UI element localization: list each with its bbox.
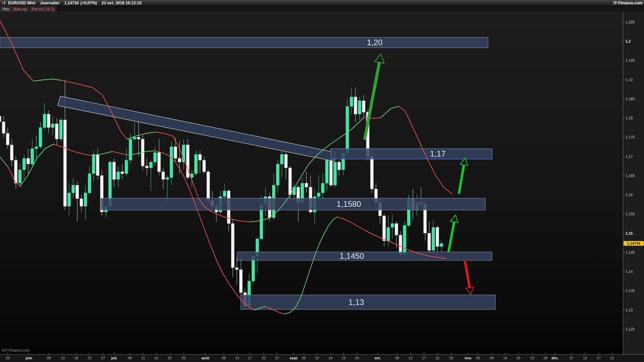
watermark: ©IT-Finance.com <box>2 348 30 352</box>
candle <box>76 185 79 198</box>
candle <box>166 177 169 179</box>
candle <box>59 120 62 139</box>
time-tick-day-label: 12 <box>583 356 587 360</box>
candle <box>178 158 181 162</box>
time-tick-month-label: nov. <box>465 356 472 360</box>
time-tick-day-label: 07 <box>570 356 574 360</box>
candle <box>162 172 165 179</box>
time-tick-day-label: 23 <box>530 356 534 360</box>
bollinger-bands-layer <box>0 21 452 314</box>
time-tick-day-label: 12 <box>409 356 413 360</box>
up-arrow-1[interactable] <box>459 158 468 194</box>
candle <box>145 166 148 168</box>
candle <box>203 160 206 172</box>
price-tick-label: 1,16 <box>623 193 633 197</box>
price-tick-label: 1,2 <box>623 39 631 43</box>
time-tick-day-label: 08 <box>47 356 51 360</box>
candle <box>80 198 83 206</box>
candle <box>26 158 30 164</box>
price-tick-label: 1,19 <box>623 78 633 82</box>
price-zone-1,1450[interactable] <box>237 252 492 260</box>
up-arrow-2[interactable] <box>448 215 458 252</box>
candle <box>125 160 128 174</box>
candle <box>321 183 324 193</box>
candle <box>63 120 66 206</box>
candle <box>67 193 70 206</box>
candle <box>18 170 21 183</box>
candle <box>0 116 1 122</box>
time-tick-day-label: 22 <box>262 356 266 360</box>
candle <box>432 227 435 250</box>
price-zone-1,17[interactable] <box>331 149 492 159</box>
price-zone-1,1580[interactable] <box>101 198 485 210</box>
time-tick-month-label: juin <box>25 356 32 360</box>
time-tick-day-label: 18 <box>74 356 78 360</box>
time-tick-day-label: 11 <box>141 356 145 360</box>
candle <box>72 185 75 193</box>
price-tick-label: 1,14 <box>623 269 633 274</box>
candle <box>383 216 386 241</box>
candle <box>440 243 443 246</box>
candle <box>6 133 9 145</box>
time-tick-day-label: 25 <box>6 356 10 360</box>
candle <box>84 193 87 206</box>
time-tick-month-label: déc. <box>551 356 559 360</box>
time-tick-day-label: 28 <box>543 356 547 360</box>
last-price: 1,14734 <box>64 1 78 5</box>
down-arrow-3[interactable] <box>465 261 473 295</box>
candlestick-chart[interactable]: 1,201,171,15801,14501,13 <box>0 0 623 354</box>
candle <box>325 160 328 183</box>
price-axis[interactable]: 1,2051,21,1951,191,1851,181,1751,171,165… <box>623 6 644 354</box>
time-axis[interactable]: 25juin0813182227juil.0611162025août08131… <box>0 354 644 362</box>
instrument-name: EUR/USD Mini <box>8 1 35 5</box>
zone-label-1,1450: 1,1450 <box>339 251 364 260</box>
candle <box>370 157 373 189</box>
time-tick-day-label: 21 <box>610 356 614 360</box>
quote-datetime: 23 oct. 2018 10:12:22 <box>102 1 142 5</box>
indicator-chip-boll-sup[interactable]: Boll sup <box>12 6 29 11</box>
zones-layer <box>0 38 495 310</box>
candle <box>354 97 357 114</box>
candle <box>47 114 50 128</box>
time-tick-day-label: 27 <box>275 356 279 360</box>
indicator-chip-prix[interactable]: Prix <box>1 6 11 11</box>
candle <box>391 224 394 227</box>
candle <box>280 155 283 164</box>
candle <box>362 101 365 112</box>
candle <box>395 224 398 235</box>
time-tick-day-label: 22 <box>88 356 92 360</box>
candle <box>333 162 336 185</box>
time-tick-day-label: 26 <box>449 356 453 360</box>
candle <box>10 145 13 160</box>
candle <box>35 147 38 149</box>
indicator-chip-boll-inf[interactable]: Boll inf ( 20 2) <box>30 6 56 11</box>
candle <box>350 97 353 107</box>
price-zone-1,13[interactable] <box>241 295 495 310</box>
boll-inf-line <box>54 144 94 156</box>
candle <box>317 193 320 196</box>
price-tick-label: 1,205 <box>623 20 635 24</box>
time-tick-day-label: 06 <box>128 356 132 360</box>
candle <box>276 164 279 185</box>
trading-app: EUR/USD Mini Journalier 1,14734 (+0,07%)… <box>0 0 644 362</box>
candle <box>121 172 124 174</box>
price-tick-label: 1,145 <box>623 250 635 254</box>
candle <box>239 269 243 293</box>
candles-layer <box>0 80 443 310</box>
time-tick-day-label: 19 <box>341 356 345 360</box>
time-tick-day-label: 14 <box>503 356 507 360</box>
price-tick-label: 1,125 <box>623 327 635 331</box>
candle <box>2 122 5 133</box>
price-tick-label: 1,15 <box>623 231 633 235</box>
up-arrow-0[interactable] <box>365 54 384 140</box>
price-zone-1,20[interactable] <box>0 38 488 48</box>
boll-inf-line <box>94 152 112 156</box>
candle <box>207 172 210 200</box>
boll-inf-line <box>0 157 8 168</box>
candle <box>149 162 152 168</box>
time-tick-day-label: 17 <box>248 356 252 360</box>
price-tick-label: 1,185 <box>623 97 635 101</box>
time-tick-month-label: oct. <box>374 356 381 360</box>
trendline-channel[interactable] <box>58 96 336 161</box>
candle <box>403 226 406 254</box>
